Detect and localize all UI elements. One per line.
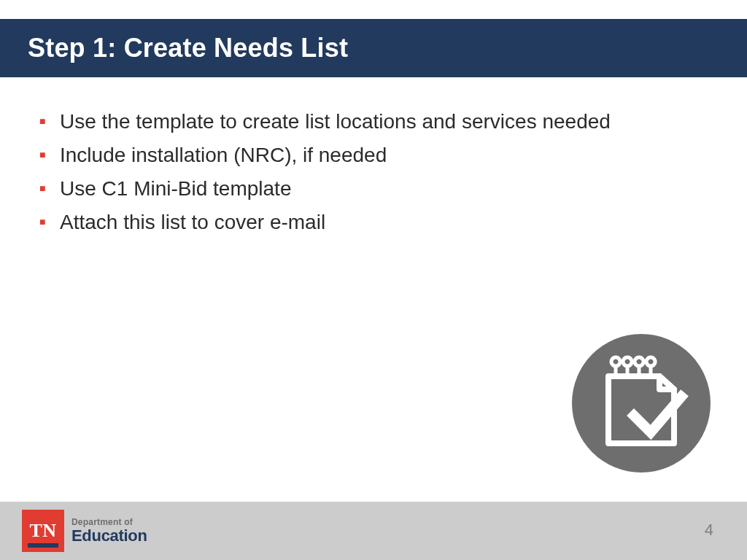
tn-underline <box>28 543 58 548</box>
checklist-icon <box>572 334 711 472</box>
list-item: Use the template to create list location… <box>39 108 703 136</box>
bullet-list: Use the template to create list location… <box>39 108 703 236</box>
dept-big: Education <box>71 528 147 544</box>
slide: Step 1: Create Needs List Use the templa… <box>0 0 747 560</box>
tn-text: TN <box>29 521 56 540</box>
page-number: 4 <box>705 521 713 540</box>
department-label: Department of Education <box>71 518 147 544</box>
list-item: Include installation (NRC), if needed <box>39 141 703 169</box>
list-item: Attach this list to cover e-mail <box>39 209 703 236</box>
title-bar: Step 1: Create Needs List <box>0 19 747 77</box>
slide-title: Step 1: Create Needs List <box>28 33 348 63</box>
list-item: Use C1 Mini-Bid template <box>39 175 703 203</box>
footer-bar: TN Department of Education 4 <box>0 502 747 560</box>
slide-body: Use the template to create list location… <box>39 108 703 242</box>
tn-logo: TN <box>22 510 64 552</box>
dept-small: Department of <box>71 518 147 526</box>
svg-point-0 <box>572 334 711 472</box>
